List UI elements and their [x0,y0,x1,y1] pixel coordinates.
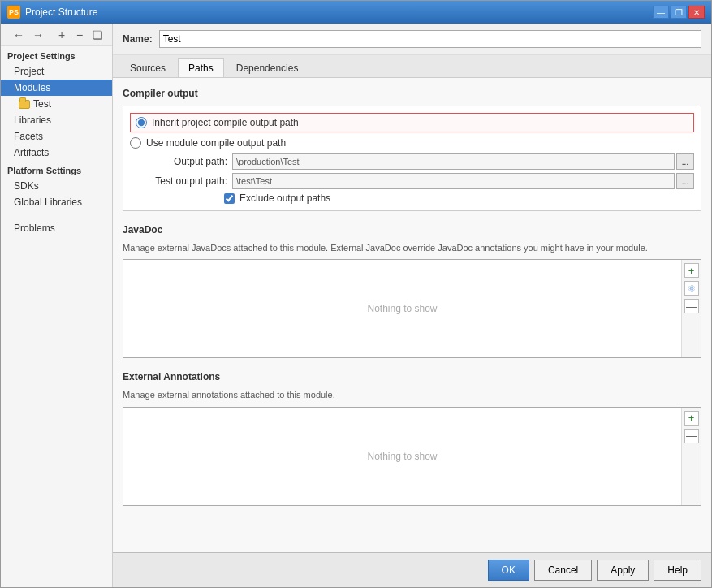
test-output-path-browse-button[interactable]: ... [676,173,694,189]
sidebar: ← → + − ❏ Project Settings Project Modul… [1,24,113,587]
exclude-checkbox-row: Exclude output paths [130,192,694,204]
name-label: Name: [123,33,153,45]
radio-use-module-row: Use module compile output path [130,137,694,149]
external-annotations-empty-label: Nothing to show [367,451,437,462]
test-output-path-row: Test output path: ... [130,173,694,189]
tab-dependencies[interactable]: Dependencies [226,58,309,77]
output-path-browse-button[interactable]: ... [676,153,694,170]
app-icon: PS [7,6,20,19]
sidebar-item-facets[interactable]: Facets [1,128,112,145]
sidebar-item-global-libraries[interactable]: Global Libraries [1,194,112,210]
content-area: ← → + − ❏ Project Settings Project Modul… [1,24,711,587]
javadoc-link-button[interactable]: ⚛ [684,281,699,296]
copy-module-button[interactable]: ❏ [90,28,105,42]
tabs-bar: Sources Paths Dependencies [113,55,711,78]
title-bar: PS Project Structure — ❐ ✕ [1,1,711,24]
external-annotations-list-area: Nothing to show [123,408,681,505]
close-button[interactable]: ✕ [688,6,705,19]
panel-content: Compiler output Inherit project compile … [113,78,711,552]
sidebar-toolbar: ← → + − ❏ [1,24,112,46]
javadoc-list-area: Nothing to show [123,260,681,357]
apply-button[interactable]: Apply [597,560,649,581]
tab-paths[interactable]: Paths [178,58,224,77]
remove-module-button[interactable]: − [72,28,87,42]
external-annotations-add-button[interactable]: + [684,411,699,426]
output-path-label: Output path: [146,156,227,167]
add-module-button[interactable]: + [54,28,69,42]
nav-arrows: ← → [6,24,51,46]
platform-settings-label: Platform Settings [1,161,112,178]
sidebar-item-libraries[interactable]: Libraries [1,112,112,128]
radio-inherit[interactable] [136,117,147,128]
radio-use-module-label[interactable]: Use module compile output path [146,137,286,149]
ok-button[interactable]: OK [488,560,529,581]
test-output-path-input[interactable] [232,173,675,189]
javadoc-list-sidebar: + ⚛ — [681,260,701,357]
output-path-row: Output path: ... [130,153,694,170]
cancel-button[interactable]: Cancel [534,560,592,581]
radio-use-module[interactable] [130,137,141,149]
compiler-output-box: Inherit project compile output path Use … [123,106,701,211]
main-panel: Name: Sources Paths Dependencies C [113,24,711,587]
javadoc-section: JavaDoc Manage external JavaDocs attache… [123,224,701,358]
window-title: Project Structure [25,6,97,18]
bottom-bar: OK Cancel Apply Help [113,552,711,587]
javadoc-remove-button[interactable]: — [684,299,699,313]
main-window: PS Project Structure — ❐ ✕ ← → + − ❏ Pro… [0,0,712,588]
title-controls: — ❐ ✕ [653,6,705,19]
name-input[interactable] [159,30,701,48]
external-annotations-remove-button[interactable]: — [684,429,699,443]
sidebar-item-problems[interactable]: Problems [1,220,112,236]
tab-sources[interactable]: Sources [119,58,176,77]
javadoc-list-box: Nothing to show + ⚛ — [123,259,701,358]
compiler-output-header: Compiler output [123,88,701,99]
forward-button[interactable]: → [30,27,46,43]
external-annotations-header: External Annotations [123,371,701,383]
back-button[interactable]: ← [11,27,27,43]
restore-button[interactable]: ❐ [671,6,687,19]
external-annotations-description: Manage external annotations attached to … [123,389,701,401]
help-button[interactable]: Help [654,560,701,581]
output-path-input[interactable] [232,153,675,170]
javadoc-empty-label: Nothing to show [367,303,437,314]
folder-icon [19,100,30,109]
radio-inherit-label[interactable]: Inherit project compile output path [152,117,299,128]
radio-inherit-row: Inherit project compile output path [130,113,694,132]
compiler-output-section: Compiler output Inherit project compile … [123,88,701,211]
javadoc-description: Manage external JavaDocs attached to thi… [123,242,701,254]
sidebar-item-artifacts[interactable]: Artifacts [1,145,112,161]
title-bar-left: PS Project Structure [7,6,97,19]
sidebar-item-project[interactable]: Project [1,63,112,80]
external-annotations-list-box: Nothing to show + — [123,407,701,506]
name-row: Name: [113,24,711,55]
project-settings-label: Project Settings [1,46,112,63]
external-annotations-section: External Annotations Manage external ann… [123,371,701,505]
exclude-checkbox[interactable] [224,193,235,204]
javadoc-header: JavaDoc [123,224,701,236]
sidebar-tree-test[interactable]: Test [1,96,112,112]
test-output-path-label: Test output path: [146,175,227,187]
sidebar-item-sdks[interactable]: SDKs [1,178,112,194]
sidebar-item-modules[interactable]: Modules [1,80,112,96]
javadoc-add-button[interactable]: + [684,263,699,278]
minimize-button[interactable]: — [653,6,669,19]
exclude-label: Exclude output paths [239,192,330,204]
external-annotations-list-sidebar: + — [681,408,701,505]
